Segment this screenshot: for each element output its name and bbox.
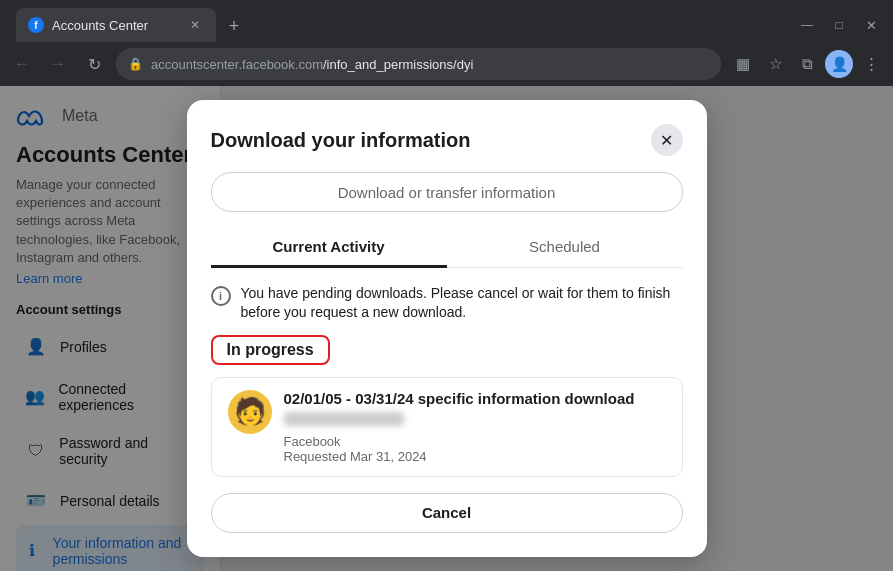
- modal-title: Download your information: [211, 129, 471, 152]
- maximize-button[interactable]: □: [825, 11, 853, 39]
- address-url: accountscenter.facebook.com/info_and_per…: [151, 57, 709, 72]
- download-info: 02/01/05 - 03/31/24 specific information…: [284, 390, 666, 464]
- blurred-name: [284, 412, 404, 426]
- modal-dialog: Download your information ✕ Download or …: [187, 100, 707, 556]
- new-tab-button[interactable]: +: [220, 12, 248, 40]
- address-bar[interactable]: 🔒 accountscenter.facebook.com/info_and_p…: [116, 48, 721, 80]
- tab-bar: f Accounts Center ✕ + — □ ✕: [0, 0, 893, 42]
- bookmark-button[interactable]: ☆: [761, 50, 789, 78]
- tab-close-button[interactable]: ✕: [186, 16, 204, 34]
- modal-tabs: Current Activity Scheduled: [211, 228, 683, 268]
- download-requested: Requested Mar 31, 2024: [284, 449, 666, 464]
- modal-header: Download your information ✕: [211, 124, 683, 156]
- page-background: Meta Accounts Center Manage your connect…: [0, 86, 893, 571]
- tab-title: Accounts Center: [52, 18, 178, 33]
- modal-backdrop: Download your information ✕ Download or …: [0, 86, 893, 571]
- browser-tab[interactable]: f Accounts Center ✕: [16, 8, 216, 42]
- info-circle-icon: i: [211, 286, 231, 306]
- back-button[interactable]: ←: [8, 50, 36, 78]
- minimize-button[interactable]: —: [793, 11, 821, 39]
- menu-button[interactable]: ⋮: [857, 50, 885, 78]
- cancel-button[interactable]: Cancel: [211, 493, 683, 533]
- window-close-button[interactable]: ✕: [857, 11, 885, 39]
- download-card: 🧑 02/01/05 - 03/31/24 specific informati…: [211, 377, 683, 477]
- address-bar-row: ← → ↻ 🔒 accountscenter.facebook.com/info…: [0, 42, 893, 86]
- forward-button[interactable]: →: [44, 50, 72, 78]
- tab-favicon: f: [28, 17, 44, 33]
- browser-chrome: f Accounts Center ✕ + — □ ✕ ← → ↻ 🔒 acco…: [0, 0, 893, 86]
- info-box: i You have pending downloads. Please can…: [211, 284, 683, 323]
- download-name-row: [284, 411, 666, 430]
- tab-scheduled[interactable]: Scheduled: [447, 228, 683, 268]
- download-platform: Facebook: [284, 434, 666, 449]
- download-title: 02/01/05 - 03/31/24 specific information…: [284, 390, 666, 407]
- cast-button[interactable]: ▦: [729, 50, 757, 78]
- window-controls: — □ ✕: [793, 11, 885, 39]
- info-text: You have pending downloads. Please cance…: [241, 284, 683, 323]
- download-avatar: 🧑: [228, 390, 272, 434]
- split-view-button[interactable]: ⧉: [793, 50, 821, 78]
- profile-button[interactable]: 👤: [825, 50, 853, 78]
- tab-container: f Accounts Center ✕ +: [16, 8, 789, 42]
- toolbar-right: ▦ ☆ ⧉ 👤 ⋮: [729, 50, 885, 78]
- transfer-information-button[interactable]: Download or transfer information: [211, 172, 683, 212]
- tab-current-activity[interactable]: Current Activity: [211, 228, 447, 268]
- reload-button[interactable]: ↻: [80, 50, 108, 78]
- lock-icon: 🔒: [128, 57, 143, 71]
- modal-close-button[interactable]: ✕: [651, 124, 683, 156]
- in-progress-badge: In progress: [211, 335, 330, 365]
